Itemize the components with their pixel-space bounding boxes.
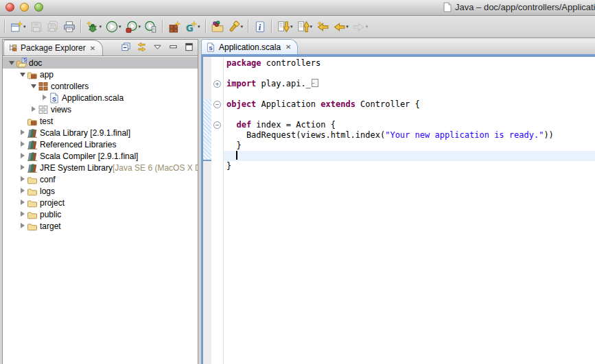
dropdown-arrow-icon[interactable]: ▾: [198, 24, 200, 29]
dropdown-arrow-icon[interactable]: ▾: [119, 24, 121, 29]
debug-button[interactable]: ▾: [85, 19, 104, 35]
tree-item-conf[interactable]: conf: [3, 173, 198, 185]
package-explorer-view: Package Explorer ✕ docappcontrollersAppl…: [2, 39, 198, 364]
editor-tab-application-scala[interactable]: Application.scala ✕: [201, 39, 298, 54]
code-line[interactable]: [226, 110, 595, 120]
tree-item-logs[interactable]: logs: [3, 185, 198, 197]
source-folder-icon: [27, 69, 38, 80]
external-tools-button[interactable]: [143, 19, 159, 35]
code-line[interactable]: [226, 89, 595, 99]
open-resource-button[interactable]: [210, 19, 225, 35]
tree-item-label: Application.scala: [62, 93, 124, 103]
window-titlebar[interactable]: Java – doc/app/controllers/Application.s…: [0, 0, 595, 16]
run-last-button[interactable]: ▾: [124, 19, 143, 35]
run-button[interactable]: ▾: [104, 19, 123, 35]
tree-item-label: test: [40, 117, 53, 126]
view-menu-button[interactable]: [151, 41, 163, 53]
code-line[interactable]: object Application extends Controller {: [226, 99, 595, 110]
code-line[interactable]: [226, 69, 595, 79]
collapse-all-button[interactable]: [119, 41, 132, 53]
tree-item-public[interactable]: public: [3, 208, 198, 220]
tree-item-application-scala[interactable]: Application.scala: [3, 92, 198, 104]
up-arrow-doc-icon: [297, 21, 310, 33]
window-title: Java – doc/app/controllers/Application.s…: [455, 2, 595, 12]
code-line[interactable]: import play.api._: [226, 79, 595, 89]
print-button[interactable]: [62, 19, 77, 35]
tree-item-referenced-libraries[interactable]: Referenced Libraries: [3, 138, 198, 150]
close-window-button[interactable]: [5, 3, 14, 12]
tree-item-scala-compiler-2-9-1-final[interactable]: Scala Compiler [2.9.1.final]: [3, 150, 198, 162]
code-line[interactable]: }: [226, 141, 595, 151]
tree-item-label: Referenced Libraries: [40, 140, 116, 149]
previous-annotation-button[interactable]: ▾: [296, 19, 314, 35]
tree-item-label: doc: [29, 58, 42, 68]
tree-item-controllers[interactable]: controllers: [3, 80, 198, 92]
down-arrow-doc-icon: [277, 21, 290, 33]
minimize-button[interactable]: [167, 41, 179, 53]
maximize-button[interactable]: [183, 41, 195, 53]
editor-tab-bar: Application.scala ✕: [201, 39, 595, 54]
collapsed-region-icon[interactable]: [312, 79, 318, 87]
eclipse-window: Java – doc/app/controllers/Application.s…: [0, 0, 595, 364]
new-wizard-button[interactable]: ▾: [9, 19, 27, 35]
back-button[interactable]: ▾: [331, 19, 350, 35]
dropdown-arrow-icon[interactable]: ▾: [23, 24, 26, 29]
traffic-lights: [5, 3, 43, 12]
tree-item-label: controllers: [51, 82, 89, 91]
tree-item-label: logs: [40, 186, 55, 196]
code-line[interactable]: package controllers: [226, 58, 595, 69]
document-proxy-icon: [443, 2, 452, 12]
tree-item-label: Scala Library [2.9.1.final]: [40, 128, 130, 138]
dropdown-arrow-icon[interactable]: ▾: [346, 24, 349, 29]
code-line[interactable]: BadRequest(views.html.index("Your new ap…: [226, 130, 595, 141]
range-indicator: [203, 99, 211, 161]
folding-ruler[interactable]: +−−: [211, 57, 224, 364]
tree-item-scala-library-2-9-1-final[interactable]: Scala Library [2.9.1.final]: [3, 127, 198, 138]
dropdown-arrow-icon[interactable]: ▾: [100, 24, 102, 29]
dropdown-arrow-icon[interactable]: ▾: [139, 24, 141, 29]
code-editor[interactable]: package controllersimport play.api._obje…: [224, 57, 595, 364]
fold-collapse-icon[interactable]: −: [213, 121, 221, 129]
last-edit-location-button[interactable]: [315, 19, 330, 35]
toggle-annotations-button[interactable]: [253, 19, 268, 35]
new-wizard-g-button[interactable]: ▾: [183, 19, 202, 35]
package-explorer-header: Package Explorer ✕: [3, 40, 198, 56]
fold-collapse-icon[interactable]: −: [213, 101, 221, 108]
zoom-window-button[interactable]: [34, 3, 43, 12]
minimize-window-button[interactable]: [20, 3, 29, 12]
next-annotation-button[interactable]: ▾: [276, 19, 294, 35]
info-icon: [254, 21, 266, 33]
current-code-line[interactable]: [224, 151, 595, 161]
new-java-project-button[interactable]: [167, 19, 182, 35]
maximize-icon: [184, 42, 194, 52]
dropdown-arrow-icon[interactable]: ▾: [290, 24, 293, 29]
link-with-editor-button[interactable]: [135, 41, 148, 53]
tree-item-label: app: [40, 70, 54, 80]
tree-item-doc[interactable]: doc: [3, 57, 198, 69]
close-view-icon[interactable]: ✕: [90, 45, 95, 52]
tree-item-app[interactable]: app: [3, 69, 198, 80]
toolbar-separator: [80, 20, 82, 33]
dropdown-arrow-icon[interactable]: ▾: [366, 24, 369, 29]
dropdown-arrow-icon[interactable]: ▾: [310, 24, 313, 29]
tree-item-jre-system-library[interactable]: JRE System Library [Java SE 6 (MacOS X D…: [3, 162, 198, 173]
annotation-ruler[interactable]: [203, 57, 211, 364]
close-editor-icon[interactable]: ✕: [285, 43, 291, 51]
search-button[interactable]: ▾: [226, 19, 245, 35]
code-line[interactable]: }: [226, 161, 595, 171]
package-explorer-tab[interactable]: Package Explorer ✕: [3, 40, 103, 56]
package-empty-icon: [38, 104, 49, 115]
scala-project-icon: [16, 58, 27, 69]
fold-expand-icon[interactable]: +: [213, 80, 221, 88]
tree-item-project[interactable]: project: [3, 197, 198, 208]
code-line[interactable]: def index = Action {: [226, 120, 595, 130]
dropdown-arrow-icon[interactable]: ▾: [241, 24, 244, 29]
tree-item-target[interactable]: target: [3, 220, 198, 232]
tree-item-views[interactable]: views: [3, 104, 198, 115]
save-button: [29, 19, 44, 35]
forward-icon: [353, 21, 365, 33]
external-tools-icon: [145, 21, 157, 33]
tree-item-test[interactable]: test: [3, 115, 198, 127]
window-title-group: Java – doc/app/controllers/Application.s…: [443, 2, 595, 12]
run-last-icon: [126, 21, 138, 33]
